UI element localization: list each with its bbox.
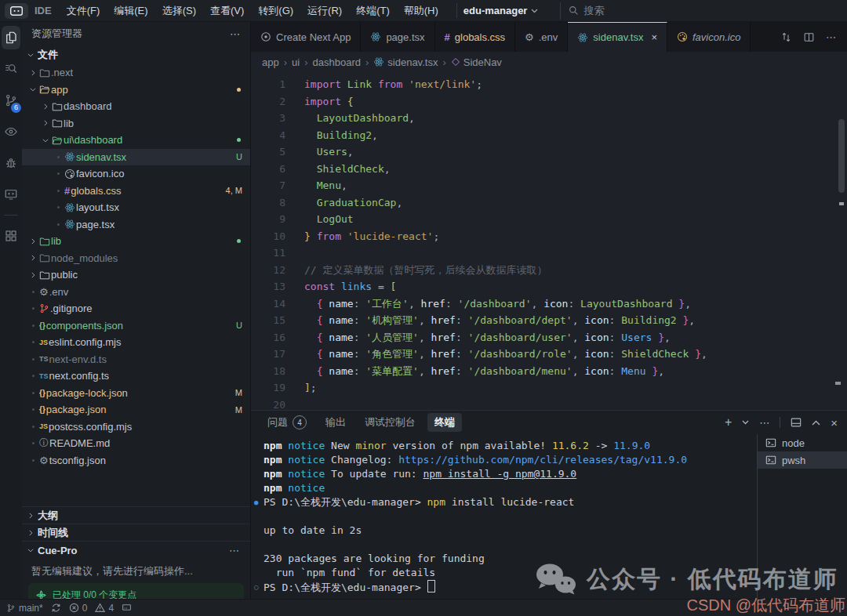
tab-Create-Next-App[interactable]: Create Next App	[251, 22, 361, 52]
menu-item-6[interactable]: 终端(T)	[349, 2, 397, 20]
menu-item-1[interactable]: 编辑(E)	[107, 2, 154, 20]
tree-item-app[interactable]: app	[22, 82, 250, 99]
project-selector[interactable]: edu-manager	[456, 3, 545, 18]
line-number: 11	[251, 245, 304, 262]
more-actions-icon[interactable]: ⋯	[826, 31, 836, 43]
close-panel-icon[interactable]: ×	[831, 416, 838, 429]
code-text: { name: '工作台', href: '/dashboard', icon:…	[304, 295, 691, 313]
more-actions-icon[interactable]: ⋯	[759, 417, 769, 429]
tree-item-sidenav.tsx[interactable]: sidenav.tsxU	[22, 149, 250, 166]
editor[interactable]: 1import Link from 'next/link';2import {3…	[251, 72, 847, 410]
activity-source-control[interactable]: 6	[0, 85, 22, 116]
tree-item-.env[interactable]: ⚙.env	[22, 284, 250, 301]
cuepro-status-pill[interactable]: 已处理 0/0 个变更点	[28, 583, 244, 599]
gear-icon: ⚙	[39, 455, 49, 466]
activity-extensions[interactable]	[0, 220, 22, 252]
tree-item-globals.css[interactable]: #globals.css4, M	[22, 183, 250, 200]
git-branch-icon	[6, 603, 16, 613]
tab-page.tsx[interactable]: page.tsx	[361, 22, 434, 52]
tree-item-package-lock.json[interactable]: {}package-lock.jsonM	[22, 385, 250, 402]
menu-item-4[interactable]: 转到(G)	[251, 2, 300, 20]
panel-tab-终端[interactable]: 终端	[427, 413, 462, 432]
tree-bullet	[27, 408, 39, 411]
global-search[interactable]: 搜索	[560, 2, 612, 20]
activity-eye[interactable]	[0, 116, 22, 147]
sync-button[interactable]	[51, 603, 61, 613]
panel-tab-问题[interactable]: 问题4	[260, 413, 314, 432]
close-icon[interactable]: ×	[651, 31, 657, 43]
spark-icon	[36, 590, 46, 600]
breadcrumb-item-ui[interactable]: ui	[292, 56, 300, 68]
code-line-2: 2import {	[251, 93, 847, 111]
tree-item-package.json[interactable]: {}package.jsonM	[22, 401, 250, 419]
tab-label: globals.css	[455, 31, 505, 43]
panel-layout-icon[interactable]	[791, 417, 802, 428]
section-files[interactable]: 文件	[22, 45, 250, 64]
menu-item-5[interactable]: 运行(R)	[300, 2, 349, 20]
tree-item-favicon.ico[interactable]: favicon.ico	[22, 165, 250, 183]
breadcrumb-item-SideNav[interactable]: SideNav	[451, 56, 502, 68]
pane-timeline[interactable]: 时间线	[22, 524, 250, 542]
tab-.env[interactable]: ⚙.env	[515, 22, 568, 52]
terminal-session-node[interactable]: node	[758, 434, 847, 451]
breadcrumb-item-sidenav.tsx[interactable]: sidenav.tsx	[373, 56, 438, 68]
app-logo[interactable]	[5, 3, 28, 19]
activity-search[interactable]	[0, 53, 22, 85]
tree-item-node-modules[interactable]: node_modules	[22, 250, 250, 267]
git-status-dot	[237, 239, 241, 243]
open-changes-icon[interactable]	[780, 31, 792, 43]
tree-item-.gitignore[interactable]: .gitignore	[22, 300, 250, 317]
chevron-down-icon[interactable]	[742, 420, 749, 425]
tree-item-next-env.d.ts[interactable]: TSnext-env.d.ts	[22, 351, 250, 368]
tree-item-next.config.ts[interactable]: TSnext.config.ts	[22, 368, 250, 385]
maximize-panel-icon[interactable]	[812, 420, 820, 426]
tree-item-eslint.config.mjs[interactable]: JSeslint.config.mjs	[22, 334, 250, 351]
menu-item-0[interactable]: 文件(F)	[60, 2, 107, 20]
cuepro-more-icon[interactable]: ⋯	[229, 545, 239, 556]
tree-item-postcss.config.mjs[interactable]: JSpostcss.config.mjs	[22, 419, 250, 436]
branch-indicator[interactable]: main*	[6, 603, 43, 614]
tree-item-layout.tsx[interactable]: layout.tsx	[22, 199, 250, 216]
tree-item-label: lib	[51, 235, 61, 247]
menu-item-2[interactable]: 选择(S)	[155, 2, 203, 20]
line-number: 1	[251, 76, 304, 93]
tab-sidenav.tsx[interactable]: sidenav.tsx×	[568, 22, 667, 52]
problems-indicator[interactable]: 0 4	[69, 603, 114, 614]
braces-icon: {}	[39, 321, 45, 330]
panel-tab-调试控制台[interactable]: 调试控制台	[358, 413, 423, 432]
tree-item-page.tsx[interactable]: page.tsx	[22, 216, 250, 234]
tree-item-lib[interactable]: lib	[22, 233, 250, 250]
chevron-right-icon	[39, 103, 52, 111]
menu-item-3[interactable]: 查看(V)	[203, 2, 251, 20]
panel-tab-输出[interactable]: 输出	[318, 413, 353, 432]
tab-globals.css[interactable]: #globals.css	[435, 22, 516, 52]
activity-explorer[interactable]	[0, 22, 22, 53]
activity-debug[interactable]	[0, 147, 22, 179]
tree-item-tsconfig.json[interactable]: ⚙tsconfig.json	[22, 452, 250, 469]
code-text: ShieldCheck,	[304, 161, 391, 178]
menu-item-7[interactable]: 帮助(H)	[397, 2, 445, 20]
pane-cuepro[interactable]: Cue-Pro ⋯	[22, 541, 250, 559]
vertical-scrollbar[interactable]	[838, 119, 845, 193]
tree-item-dashboard[interactable]: dashboard	[22, 98, 250, 115]
tree-item-public[interactable]: public	[22, 266, 250, 284]
new-terminal-icon[interactable]: +	[725, 415, 732, 429]
activity-remote-preview[interactable]	[0, 179, 22, 210]
pane-outline[interactable]: 大纲	[22, 506, 250, 524]
tab-favicon.ico[interactable]: favicon.ico	[667, 22, 751, 52]
tree-item-label: favicon.ico	[76, 168, 124, 179]
code-text: { name: '角色管理', href: '/dashboard/role',…	[304, 346, 707, 363]
tree-item-.next[interactable]: .next	[22, 64, 250, 82]
tree-item-components.json[interactable]: {}components.jsonU	[22, 317, 250, 335]
terminal-session-pwsh[interactable]: pwsh	[758, 451, 847, 469]
tree-item-lib[interactable]: lib	[22, 115, 250, 132]
tree-bullet	[27, 324, 39, 327]
sidebar-more-icon[interactable]: ⋯	[230, 28, 241, 40]
breadcrumb-item-dashboard[interactable]: dashboard	[313, 56, 361, 68]
split-editor-icon[interactable]	[803, 31, 815, 43]
breadcrumb-item-app[interactable]: app	[262, 56, 279, 68]
tree-item-ui-dashboard[interactable]: ui\dashboard	[22, 132, 250, 149]
tree-item-README.md[interactable]: ⓘREADME.md	[22, 435, 250, 452]
screen-indicator[interactable]	[122, 603, 132, 613]
line-number: 13	[251, 278, 304, 295]
